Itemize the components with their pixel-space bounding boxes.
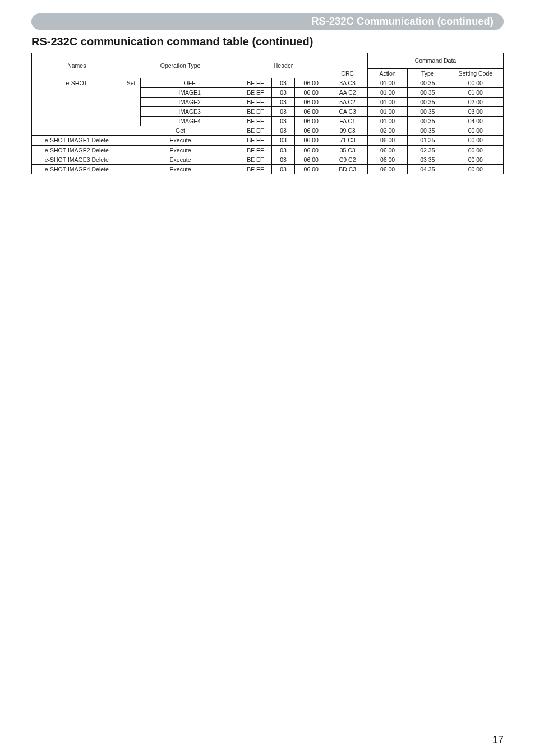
cell-h3: 06 00: [294, 78, 328, 88]
cell-op: Execute: [122, 155, 239, 164]
cell-name-eshot: e-SHOT: [32, 78, 122, 136]
cell-h1: BE EF: [239, 155, 272, 164]
col-crc: CRC: [328, 53, 367, 78]
cell-h2: 03: [272, 145, 295, 155]
page-number: 17: [492, 734, 504, 746]
cell-type: 04 35: [408, 164, 448, 174]
col-operation-type: Operation Type: [122, 53, 239, 78]
cell-h2: 03: [272, 78, 295, 88]
cell-h1: BE EF: [239, 107, 272, 117]
cell-crc: C9 C2: [328, 155, 367, 164]
cell-h2: 03: [272, 164, 295, 174]
cell-type: 00 35: [408, 98, 448, 107]
cell-code: 00 00: [448, 78, 503, 88]
header-bar-text: RS-232C Communication (continued): [41, 16, 494, 27]
cell-type: 00 35: [408, 107, 448, 117]
cell-code: 00 00: [448, 136, 503, 145]
cell-op: Get: [122, 126, 239, 136]
cell-act: 06 00: [367, 164, 407, 174]
cell-h2: 03: [272, 98, 295, 107]
cell-name: e-SHOT IMAGE1 Delete: [32, 136, 122, 145]
cell-h2: 03: [272, 155, 295, 164]
cell-h3: 06 00: [294, 126, 328, 136]
cell-h2: 03: [272, 107, 295, 117]
cell-h3: 06 00: [294, 117, 328, 126]
command-table: Names Operation Type Header CRC Command …: [31, 53, 504, 174]
cell-crc: CA C3: [328, 107, 367, 117]
cell-act: 01 00: [367, 107, 407, 117]
cell-act: 02 00: [367, 126, 407, 136]
cell-h3: 06 00: [294, 107, 328, 117]
cell-op: Execute: [122, 145, 239, 155]
cell-h2: 03: [272, 126, 295, 136]
cell-op: Execute: [122, 136, 239, 145]
cell-crc: 71 C3: [328, 136, 367, 145]
cell-h1: BE EF: [239, 126, 272, 136]
cell-crc: 35 C3: [328, 145, 367, 155]
cell-h1: BE EF: [239, 98, 272, 107]
cell-h1: BE EF: [239, 136, 272, 145]
cell-h3: 06 00: [294, 145, 328, 155]
cell-code: 00 00: [448, 155, 503, 164]
cell-act: 06 00: [367, 155, 407, 164]
cell-h3: 06 00: [294, 136, 328, 145]
cell-h2: 03: [272, 88, 295, 98]
cell-crc: 3A C3: [328, 78, 367, 88]
col-names: Names: [32, 53, 122, 78]
cell-name: e-SHOT IMAGE4 Delete: [32, 164, 122, 174]
cell-crc: AA C2: [328, 88, 367, 98]
cell-set: Set: [122, 78, 140, 126]
cell-code: 00 00: [448, 164, 503, 174]
col-action: Action: [367, 69, 407, 78]
cell-h2: 03: [272, 136, 295, 145]
cell-op: OFF: [140, 78, 239, 88]
cell-h1: BE EF: [239, 78, 272, 88]
table-body: e-SHOT Set OFF BE EF 03 06 00 3A C3 01 0…: [32, 78, 504, 174]
cell-crc: 09 C3: [328, 126, 367, 136]
cell-code: 01 00: [448, 88, 503, 98]
cell-act: 01 00: [367, 78, 407, 88]
page-container: RS-232C Communication (continued) RS-232…: [0, 0, 535, 756]
table-row: e-SHOT Set OFF BE EF 03 06 00 3A C3 01 0…: [32, 78, 504, 88]
cell-act: 01 00: [367, 98, 407, 107]
cell-crc: BD C3: [328, 164, 367, 174]
cell-h1: BE EF: [239, 88, 272, 98]
cell-type: 00 35: [408, 88, 448, 98]
cell-type: 03 35: [408, 155, 448, 164]
cell-op: Execute: [122, 164, 239, 174]
cell-h2: 03: [272, 117, 295, 126]
cell-name: e-SHOT IMAGE3 Delete: [32, 155, 122, 164]
cell-h3: 06 00: [294, 98, 328, 107]
cell-act: 01 00: [367, 88, 407, 98]
cell-h1: BE EF: [239, 164, 272, 174]
cell-crc: FA C1: [328, 117, 367, 126]
col-type: Type: [408, 69, 448, 78]
header-bar: RS-232C Communication (continued): [31, 13, 504, 30]
cell-h1: BE EF: [239, 145, 272, 155]
cell-code: 02 00: [448, 98, 503, 107]
cell-code: 03 00: [448, 107, 503, 117]
cell-code: 00 00: [448, 145, 503, 155]
cell-h3: 06 00: [294, 88, 328, 98]
cell-op: IMAGE2: [140, 98, 239, 107]
cell-type: 00 35: [408, 78, 448, 88]
cell-code: 00 00: [448, 126, 503, 136]
table-row: e-SHOT IMAGE4 Delete Execute BE EF 03 06…: [32, 164, 504, 174]
table-row: e-SHOT IMAGE3 Delete Execute BE EF 03 06…: [32, 155, 504, 164]
cell-crc: 5A C2: [328, 98, 367, 107]
cell-act: 06 00: [367, 136, 407, 145]
table-head: Names Operation Type Header CRC Command …: [32, 53, 504, 78]
cell-h3: 06 00: [294, 155, 328, 164]
cell-act: 06 00: [367, 145, 407, 155]
col-command-data: Command Data: [367, 53, 503, 69]
col-setting-code: Setting Code: [448, 69, 503, 78]
cell-h1: BE EF: [239, 117, 272, 126]
cell-code: 04 00: [448, 117, 503, 126]
cell-name: e-SHOT IMAGE2 Delete: [32, 145, 122, 155]
cell-type: 01 35: [408, 136, 448, 145]
col-header: Header: [239, 53, 328, 78]
table-row: e-SHOT IMAGE1 Delete Execute BE EF 03 06…: [32, 136, 504, 145]
section-title: RS-232C communication command table (con…: [31, 35, 504, 48]
cell-type: 00 35: [408, 126, 448, 136]
cell-h3: 06 00: [294, 164, 328, 174]
